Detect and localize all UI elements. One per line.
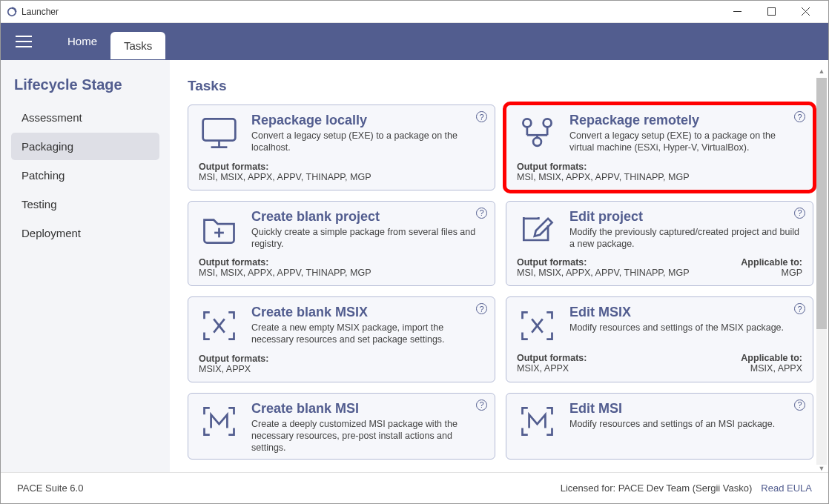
help-icon[interactable]: ? [794, 111, 805, 122]
help-icon[interactable]: ? [476, 111, 487, 122]
m-brackets-icon [199, 401, 240, 442]
edit-icon [517, 209, 558, 250]
card-description: Create a deeply customized MSI package w… [251, 418, 484, 454]
help-icon[interactable]: ? [476, 303, 487, 314]
task-card[interactable]: ? Create blank MSI Create a deeply custo… [188, 393, 495, 460]
output-formats-value: MSI, MSIX, APPX, APPV, THINAPP, MGP [517, 172, 690, 182]
card-description: Convert a legacy setup (EXE) to a packag… [251, 130, 484, 154]
sidebar-item-deployment[interactable]: Deployment [11, 219, 159, 247]
help-icon[interactable]: ? [476, 208, 487, 219]
output-formats-label: Output formats: [199, 257, 268, 268]
svg-point-12 [533, 137, 541, 145]
scrollbar-thumb[interactable] [816, 78, 827, 329]
card-description: Modify the previously captured/created p… [569, 226, 802, 251]
footer: PACE Suite 6.0 Licensed for: PACE Dev Te… [1, 472, 828, 503]
output-formats-value: MSIX, APPX [199, 364, 251, 374]
task-card[interactable]: ? Edit project Modify the previously cap… [506, 201, 813, 287]
card-title: Edit project [569, 209, 802, 225]
task-card[interactable]: ? Create blank project Quickly create a … [188, 201, 495, 287]
maximize-button[interactable] [754, 1, 788, 23]
hamburger-menu-icon[interactable] [16, 36, 32, 47]
output-formats-value: MSI, MSIX, APPX, APPV, THINAPP, MGP [517, 268, 690, 278]
card-description: Quickly create a simple package from sev… [251, 226, 484, 251]
sidebar-item-packaging[interactable]: Packaging [11, 133, 159, 160]
main-heading: Tasks [188, 78, 813, 94]
help-icon[interactable]: ? [794, 303, 805, 314]
nav-tab-tasks[interactable]: Tasks [110, 32, 165, 59]
scrollbar[interactable]: ▲ ▼ [816, 78, 827, 465]
task-card[interactable]: ? Repackage remotely Convert a legacy se… [506, 105, 813, 190]
card-title: Edit MSI [569, 401, 775, 417]
sidebar-item-patching[interactable]: Patching [11, 162, 159, 189]
card-title: Edit MSIX [569, 305, 784, 320]
monitor-icon [199, 113, 240, 153]
folder-plus-icon [199, 209, 240, 250]
svg-point-8 [523, 119, 531, 127]
card-title: Repackage remotely [569, 113, 802, 128]
card-description: Create a new empty MSIX package, import … [251, 322, 484, 346]
card-title: Repackage locally [251, 113, 484, 128]
sidebar-item-assessment[interactable]: Assessment [11, 104, 159, 131]
app-logo-icon [7, 7, 17, 17]
license-text: Licensed for: PACE Dev Team (Sergii Vask… [561, 483, 753, 494]
m-brackets-icon [517, 401, 558, 442]
minimize-button[interactable] [720, 1, 754, 23]
card-description: Modify resources and settings of an MSI … [569, 418, 775, 430]
nav-tab-home[interactable]: Home [54, 26, 110, 58]
applicable-to-value: MSIX, APPX [750, 363, 802, 374]
help-icon[interactable]: ? [794, 208, 805, 219]
card-title: Create blank MSIX [251, 305, 484, 320]
card-title: Create blank MSI [251, 401, 484, 417]
navbar: Home Tasks [1, 23, 828, 60]
output-formats-value: MSI, MSIX, APPX, APPV, THINAPP, MGP [199, 172, 371, 182]
sidebar-item-testing[interactable]: Testing [11, 190, 159, 218]
card-description: Convert a legacy setup (EXE) to a packag… [569, 130, 802, 154]
version-text: PACE Suite 6.0 [17, 483, 83, 494]
task-card[interactable]: ? Repackage locally Convert a legacy set… [188, 105, 495, 190]
output-formats-label: Output formats: [517, 162, 587, 172]
output-formats-label: Output formats: [199, 162, 268, 172]
titlebar: Launcher [1, 1, 828, 23]
main-panel: Tasks ? Repackage locally Convert a lega… [170, 60, 828, 472]
help-icon[interactable]: ? [476, 399, 487, 411]
network-icon [517, 113, 558, 153]
output-formats-label: Output formats: [517, 257, 587, 268]
close-button[interactable] [788, 1, 822, 23]
output-formats-value: MSIX, APPX [517, 363, 569, 374]
scroll-down-icon[interactable]: ▼ [816, 465, 827, 472]
task-card[interactable]: ? Create blank MSIX Create a new empty M… [188, 296, 495, 382]
card-description: Modify resources and settings of the MSI… [569, 322, 784, 334]
output-formats-label: Output formats: [199, 354, 268, 364]
x-brackets-icon [517, 305, 558, 345]
svg-rect-5 [203, 119, 236, 140]
help-icon[interactable]: ? [794, 399, 805, 411]
output-formats-label: Output formats: [517, 353, 587, 363]
sidebar: Lifecycle Stage Assessment Packaging Pat… [1, 60, 170, 472]
window-title: Launcher [22, 7, 720, 17]
applicable-to-label: Applicable to: [741, 257, 802, 268]
x-brackets-icon [199, 305, 240, 345]
task-card[interactable]: ? Edit MSI Modify resources and settings… [506, 393, 813, 460]
applicable-to-value: MGP [782, 268, 802, 278]
sidebar-heading: Lifecycle Stage [14, 76, 159, 93]
svg-point-10 [544, 119, 552, 127]
eula-link[interactable]: Read EULA [761, 483, 812, 494]
task-card[interactable]: ? Edit MSIX Modify resources and setting… [506, 296, 813, 382]
scroll-up-icon[interactable]: ▲ [816, 67, 827, 78]
svg-rect-2 [767, 8, 775, 16]
applicable-to-label: Applicable to: [741, 353, 802, 363]
output-formats-value: MSI, MSIX, APPX, APPV, THINAPP, MGP [199, 268, 371, 278]
card-title: Create blank project [251, 209, 484, 225]
